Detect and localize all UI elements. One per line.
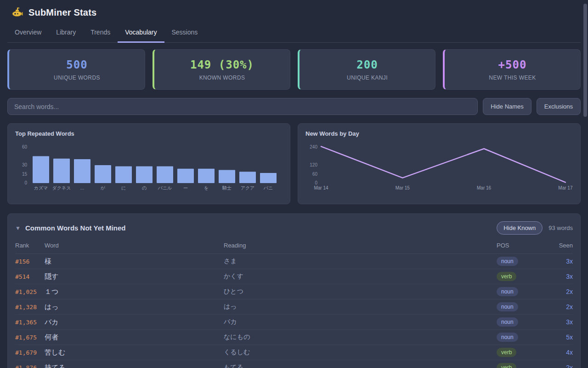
tab-overview[interactable]: Overview — [7, 23, 49, 43]
svg-text:Mar 16: Mar 16 — [477, 185, 492, 190]
common-words-panel: ▼ Common Words Not Yet Mined Hide Known … — [7, 213, 581, 368]
stat-value: +500 — [498, 58, 527, 71]
cell-word: １つ — [45, 288, 224, 296]
col-pos: POS — [497, 242, 543, 249]
cell-pos: noun — [497, 333, 543, 342]
stat-card-new-this-week: +500NEW THIS WEEK — [443, 49, 581, 90]
cell-reading: かくす — [224, 272, 497, 281]
line-chart-card: New Words by Day 060120240Mar 14Mar 15Ma… — [298, 123, 581, 204]
table-row[interactable]: #1,876持てるもてるverb2x — [15, 360, 573, 368]
cell-seen: 5x — [543, 334, 573, 341]
cell-word: はっ — [45, 303, 224, 311]
cell-rank: #1,679 — [15, 349, 45, 356]
svg-text:60: 60 — [22, 144, 28, 150]
bar-chart: 0153060カズマダクネス...がにのバニルーを騎士アクアバニ — [8, 138, 288, 204]
stat-value: 500 — [66, 58, 87, 71]
cell-rank: #514 — [15, 273, 45, 280]
cell-word: 様 — [45, 257, 224, 266]
svg-text:ー: ー — [183, 185, 188, 190]
cell-reading: ひとつ — [224, 288, 497, 296]
bar-chart-title: Top Repeated Words — [8, 124, 290, 137]
stat-label: UNIQUE WORDS — [54, 75, 100, 81]
stat-value: 149 (30%) — [190, 58, 254, 71]
common-words-title: Common Words Not Yet Mined — [25, 224, 497, 232]
cell-seen: 2x — [543, 303, 573, 310]
cell-rank: #1,675 — [15, 334, 45, 341]
cell-seen: 3x — [543, 273, 573, 280]
col-word: Word — [45, 242, 224, 249]
col-seen: Seen — [543, 242, 573, 249]
cell-seen: 4x — [543, 349, 573, 356]
stat-value: 200 — [356, 58, 378, 71]
col-rank: Rank — [15, 242, 45, 249]
svg-text:を: を — [204, 185, 209, 190]
table-row[interactable]: #156様さまnoun3x — [15, 254, 573, 269]
table-row[interactable]: #1,675何者なにものnoun5x — [15, 330, 573, 345]
cell-reading: もてる — [224, 363, 497, 368]
svg-text:Mar 14: Mar 14 — [314, 185, 328, 190]
cell-seen: 3x — [543, 258, 573, 265]
tab-vocabulary[interactable]: Vocabulary — [118, 23, 164, 43]
svg-text:バニ: バニ — [263, 185, 273, 190]
cell-rank: #1,876 — [15, 364, 45, 368]
cell-reading: さま — [224, 257, 497, 265]
search-input[interactable] — [7, 98, 478, 115]
search-row: Hide Names Exclusions — [7, 98, 581, 115]
charts-row: Top Repeated Words 0153060カズマダクネス...がにのバ… — [7, 123, 581, 204]
word-count: 93 words — [548, 224, 573, 231]
hide-names-button[interactable]: Hide Names — [483, 98, 531, 115]
cell-pos: noun — [497, 257, 543, 266]
tab-trends[interactable]: Trends — [83, 23, 118, 43]
cell-rank: #1,025 — [15, 288, 45, 295]
table-body: #156様さまnoun3x#514隠すかくすverb3x#1,025１つひとつn… — [15, 254, 573, 368]
collapse-icon[interactable]: ▼ — [15, 225, 21, 231]
svg-text:0: 0 — [24, 180, 27, 185]
tab-bar: OverviewLibraryTrendsVocabularySessions — [7, 23, 581, 43]
page-title: SubMiner Stats — [28, 7, 96, 18]
cell-word: 苦しむ — [45, 348, 224, 357]
cell-seen: 2x — [543, 364, 573, 368]
hide-known-button[interactable]: Hide Known — [497, 221, 543, 235]
tabs: OverviewLibraryTrendsVocabularySessions — [7, 23, 581, 42]
cell-pos: verb — [497, 348, 543, 357]
tab-sessions[interactable]: Sessions — [164, 23, 205, 43]
svg-text:ダクネス: ダクネス — [52, 185, 71, 190]
table-row[interactable]: #514隠すかくすverb3x — [15, 269, 573, 284]
col-reading: Reading — [224, 242, 497, 249]
svg-text:Mar 17: Mar 17 — [558, 185, 573, 190]
svg-text:240: 240 — [310, 144, 317, 150]
table-row[interactable]: #1,328はっはっnoun2x — [15, 299, 573, 315]
submarine-icon — [11, 6, 23, 18]
svg-text:0: 0 — [315, 180, 317, 185]
table-row[interactable]: #1,679苦しむくるしむverb4x — [15, 345, 573, 360]
svg-text:アクア: アクア — [241, 185, 255, 190]
cell-rank: #156 — [15, 258, 45, 265]
pos-badge: noun — [497, 333, 518, 342]
stat-label: KNOWN WORDS — [199, 75, 245, 81]
scrollbar-thumb[interactable] — [583, 4, 587, 117]
cell-word: 隠す — [45, 272, 224, 281]
svg-text:...: ... — [80, 185, 84, 190]
cell-reading: はっ — [224, 303, 497, 311]
cell-pos: noun — [497, 317, 543, 327]
table-row[interactable]: #1,025１つひとつnoun2x — [15, 284, 573, 299]
pos-badge: verb — [497, 363, 516, 368]
tab-library[interactable]: Library — [49, 23, 83, 43]
cell-rank: #1,328 — [15, 304, 45, 310]
svg-text:に: に — [121, 185, 126, 190]
svg-text:の: の — [142, 185, 147, 190]
cell-word: バカ — [45, 318, 224, 327]
cell-word: 持てる — [45, 363, 224, 368]
svg-text:60: 60 — [312, 172, 318, 177]
pos-badge: noun — [497, 317, 518, 327]
cell-rank: #1,365 — [15, 319, 45, 326]
cell-pos: verb — [497, 272, 543, 281]
table-header-row: Rank Word Reading POS Seen — [15, 242, 573, 254]
svg-text:120: 120 — [310, 162, 317, 167]
table-row[interactable]: #1,365バカバカnoun3x — [15, 315, 573, 330]
svg-text:30: 30 — [22, 162, 28, 167]
stat-card-known-words: 149 (30%)KNOWN WORDS — [153, 49, 290, 90]
exclusions-button[interactable]: Exclusions — [537, 98, 581, 115]
svg-text:カズマ: カズマ — [34, 185, 48, 190]
stat-label: NEW THIS WEEK — [489, 75, 536, 81]
